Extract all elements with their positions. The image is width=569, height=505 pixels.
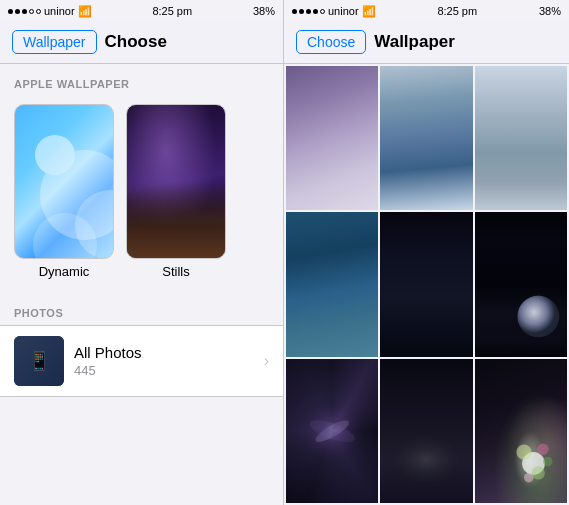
photos-title: All Photos [74, 344, 254, 361]
moon-svg [380, 359, 472, 503]
right-signal-dot-3 [306, 9, 311, 14]
right-status-bar: uninor 📶 8:25 pm 38% [284, 0, 569, 20]
earth-svg [475, 212, 567, 356]
svg-point-4 [307, 416, 357, 447]
right-nav-bar: Choose Wallpaper [284, 20, 569, 64]
dynamic-thumb [14, 104, 114, 259]
right-signal-dot-2 [299, 9, 304, 14]
right-signal-dot-5 [320, 9, 325, 14]
svg-point-1 [517, 296, 559, 338]
photos-header: PHOTOS [0, 293, 283, 325]
left-time: 8:25 pm [152, 5, 192, 17]
left-back-button[interactable]: Wallpaper [12, 30, 97, 54]
wallpaper-grid: Dynamic Stills [0, 96, 283, 293]
stills-wallpaper-item[interactable]: Stills [126, 104, 226, 279]
right-time: 8:25 pm [437, 5, 477, 17]
left-panel: uninor 📶 8:25 pm 38% Wallpaper Choose AP… [0, 0, 284, 505]
svg-point-2 [296, 395, 368, 467]
right-panel: uninor 📶 8:25 pm 38% Choose Wallpaper [284, 0, 569, 505]
photos-chevron-icon: › [264, 352, 269, 370]
right-signal-dots [292, 9, 325, 14]
svg-point-3 [313, 416, 352, 445]
svg-point-11 [543, 456, 552, 465]
right-battery: 38% [539, 5, 561, 17]
wallpaper-gallery [284, 64, 569, 505]
svg-point-8 [537, 443, 548, 454]
right-carrier-label: uninor [328, 5, 359, 17]
svg-point-9 [531, 466, 544, 479]
apple-wallpaper-header: APPLE WALLPAPER [0, 64, 283, 96]
right-status-left: uninor 📶 [292, 5, 376, 18]
right-back-button[interactable]: Choose [296, 30, 366, 54]
gallery-item-dark-desert[interactable] [380, 212, 472, 356]
stills-thumb [126, 104, 226, 259]
gallery-item-moon-surface[interactable] [380, 359, 472, 503]
signal-dot-4 [29, 9, 34, 14]
signal-dot-3 [22, 9, 27, 14]
stills-label: Stills [162, 264, 189, 279]
signal-dot-1 [8, 9, 13, 14]
left-nav-title: Choose [105, 32, 167, 52]
gallery-item-galaxy-sky[interactable] [286, 66, 378, 210]
all-photos-row[interactable]: 📱 All Photos 445 › [0, 325, 283, 397]
dynamic-wallpaper-item[interactable]: Dynamic [14, 104, 114, 279]
photos-info: All Photos 445 [64, 344, 264, 378]
svg-point-7 [516, 444, 531, 459]
right-signal-dot-4 [313, 9, 318, 14]
svg-point-5 [389, 425, 465, 482]
wifi-icon: 📶 [78, 5, 92, 18]
signal-dot-5 [36, 9, 41, 14]
right-signal-dot-1 [292, 9, 297, 14]
svg-point-10 [524, 473, 533, 482]
dynamic-label: Dynamic [39, 264, 90, 279]
carrier-label: uninor [44, 5, 75, 17]
gallery-item-earth-space[interactable] [475, 212, 567, 356]
gallery-item-galaxy-spiral[interactable] [286, 359, 378, 503]
gallery-item-snowy-mountains[interactable] [475, 66, 567, 210]
left-status-bar: uninor 📶 8:25 pm 38% [0, 0, 283, 20]
gallery-item-snowy-forest[interactable] [380, 66, 472, 210]
left-nav-bar: Wallpaper Choose [0, 20, 283, 64]
phone-icon: 📱 [14, 336, 64, 386]
signal-dot-2 [15, 9, 20, 14]
photos-count: 445 [74, 363, 254, 378]
gallery-item-ocean-waves[interactable] [286, 212, 378, 356]
left-status-left: uninor 📶 [8, 5, 92, 18]
left-battery: 38% [253, 5, 275, 17]
gallery-item-flowers[interactable] [475, 359, 567, 503]
galaxy-svg [286, 359, 378, 503]
right-wifi-icon: 📶 [362, 5, 376, 18]
photos-thumbnail: 📱 [14, 336, 64, 386]
right-nav-title: Wallpaper [374, 32, 455, 52]
flowers-svg [475, 359, 567, 503]
signal-dots [8, 9, 41, 14]
